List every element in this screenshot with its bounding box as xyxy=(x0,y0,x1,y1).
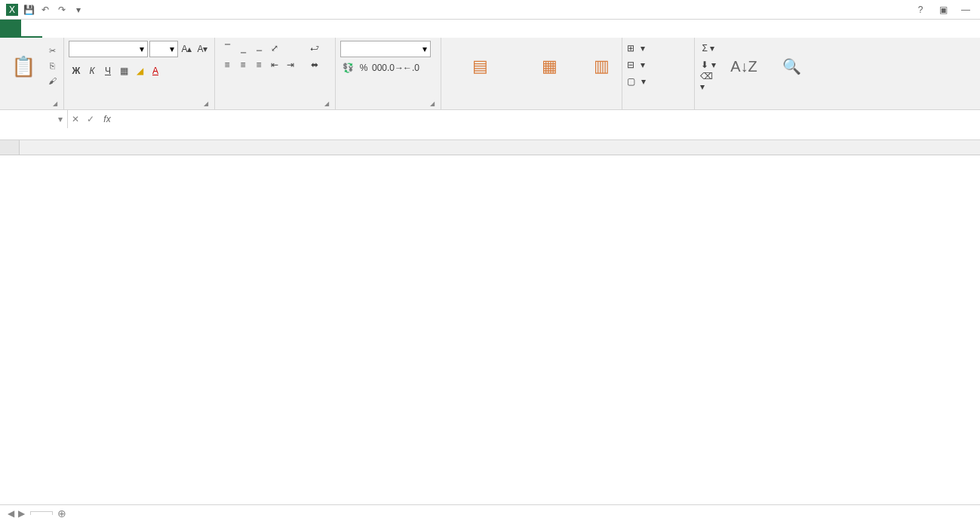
tab-nav-prev-icon[interactable]: ◀ xyxy=(8,508,14,519)
format-painter-icon[interactable]: 🖌 xyxy=(45,74,59,87)
decrease-indent-icon[interactable]: ⇤ xyxy=(267,57,282,72)
clear-icon[interactable]: ⌫ ▾ xyxy=(699,74,717,89)
tab-file[interactable] xyxy=(0,20,21,38)
qat-customize-icon[interactable]: ▾ xyxy=(71,2,86,17)
group-clipboard: 📋 ✂ ⎘ 🖌 ◢ xyxy=(0,38,64,109)
dialog-launcher-icon[interactable]: ◢ xyxy=(430,100,435,107)
redo-icon[interactable]: ↷ xyxy=(54,2,69,17)
group-number: ▾ 💱 % 000 .0→ ←.0 ◢ xyxy=(336,38,441,109)
delete-cells-button[interactable]: ⊟ ▾ xyxy=(627,57,690,72)
group-label xyxy=(627,106,690,108)
add-sheet-icon[interactable]: ⊕ xyxy=(54,507,69,519)
insert-cells-icon: ⊞ xyxy=(627,43,634,54)
select-all-corner[interactable] xyxy=(0,140,20,155)
tab-insert[interactable] xyxy=(42,20,63,38)
quick-access-toolbar: X 💾 ↶ ↷ ▾ xyxy=(0,2,86,17)
percent-format-icon[interactable]: % xyxy=(356,60,371,75)
worksheet xyxy=(0,140,980,155)
sort-filter-icon: A↓Z xyxy=(730,58,757,75)
decrease-font-icon[interactable]: A▾ xyxy=(195,41,210,57)
decrease-decimal-icon[interactable]: ←.0 xyxy=(404,60,419,75)
enter-icon[interactable]: ✓ xyxy=(83,114,98,124)
help-icon[interactable]: ? xyxy=(914,5,927,15)
tab-home[interactable] xyxy=(21,20,42,38)
sort-filter-button[interactable]: A↓Z xyxy=(720,41,767,93)
cell-styles-button[interactable]: ▥ xyxy=(586,41,617,93)
increase-decimal-icon[interactable]: .0→ xyxy=(388,60,403,75)
format-cells-button[interactable]: ▢ ▾ xyxy=(627,74,690,89)
ribbon: 📋 ✂ ⎘ 🖌 ◢ ▾ ▾ A▴ A▾ Ж К Ч ▦ ◢ xyxy=(0,38,980,110)
align-right-icon[interactable]: ≡ xyxy=(251,57,266,72)
excel-icon[interactable]: X xyxy=(5,2,20,17)
conditional-formatting-button[interactable]: ▤ xyxy=(446,41,514,93)
tab-data[interactable] xyxy=(106,20,127,38)
ribbon-tabs xyxy=(0,20,980,38)
tab-review[interactable] xyxy=(127,20,148,38)
font-name-select[interactable]: ▾ xyxy=(69,41,148,57)
fx-icon[interactable]: fx xyxy=(98,114,116,124)
italic-button[interactable]: К xyxy=(84,63,100,78)
fill-icon[interactable]: ⬇ ▾ xyxy=(699,57,717,72)
group-label: ◢ xyxy=(69,106,210,108)
group-styles: ▤ ▦ ▥ xyxy=(441,38,622,109)
tab-view[interactable] xyxy=(148,20,169,38)
group-cells: ⊞ ▾ ⊟ ▾ ▢ ▾ xyxy=(622,38,695,109)
sheet-tab[interactable] xyxy=(30,511,53,515)
font-color-button[interactable]: A xyxy=(148,63,163,78)
find-select-button[interactable]: 🔍 xyxy=(770,41,813,93)
accounting-format-icon[interactable]: 💱 xyxy=(340,60,355,75)
dialog-launcher-icon[interactable]: ◢ xyxy=(324,100,329,107)
name-box[interactable]: ▾ xyxy=(0,110,68,128)
increase-indent-icon[interactable]: ⇥ xyxy=(283,57,298,72)
format-cells-icon: ▢ xyxy=(627,76,635,87)
copy-icon[interactable]: ⎘ xyxy=(45,59,59,72)
underline-button[interactable]: Ч xyxy=(100,63,115,78)
dialog-launcher-icon[interactable]: ◢ xyxy=(53,100,57,107)
cell-styles-icon: ▥ xyxy=(594,57,610,76)
dialog-launcher-icon[interactable]: ◢ xyxy=(204,100,208,107)
formula-bar: ▾ ✕ ✓ fx xyxy=(0,110,980,140)
align-middle-icon[interactable]: ⎯ xyxy=(235,41,250,56)
format-as-table-button[interactable]: ▦ xyxy=(521,41,578,93)
group-alignment: ⎺ ⎯ ⎽ ⤢ ≡ ≡ ≡ ⇤ ⇥ ⮐ ⬌ ◢ xyxy=(215,38,336,109)
align-left-icon[interactable]: ≡ xyxy=(220,57,235,72)
fill-color-button[interactable]: ◢ xyxy=(132,63,147,78)
tab-formulas[interactable] xyxy=(84,20,106,38)
paste-button[interactable]: 📋 xyxy=(5,41,42,93)
number-format-select[interactable]: ▾ xyxy=(340,41,431,57)
insert-cells-button[interactable]: ⊞ ▾ xyxy=(627,41,690,56)
group-label: ◢ xyxy=(5,106,59,108)
undo-icon[interactable]: ↶ xyxy=(38,2,53,17)
borders-button[interactable]: ▦ xyxy=(116,63,131,78)
orientation-icon[interactable]: ⤢ xyxy=(267,41,282,56)
formula-input[interactable] xyxy=(116,110,121,112)
find-icon: 🔍 xyxy=(782,57,801,75)
align-center-icon[interactable]: ≡ xyxy=(235,57,250,72)
cancel-icon[interactable]: ✕ xyxy=(68,114,83,124)
autosum-icon[interactable]: Σ ▾ xyxy=(699,41,717,56)
svg-text:X: X xyxy=(9,5,15,15)
group-font: ▾ ▾ A▴ A▾ Ж К Ч ▦ ◢ A ◢ xyxy=(64,38,215,109)
comma-format-icon[interactable]: 000 xyxy=(372,60,387,75)
minimize-icon[interactable]: — xyxy=(959,5,972,15)
ribbon-options-icon[interactable]: ▣ xyxy=(936,5,950,15)
group-editing: Σ ▾ ⬇ ▾ ⌫ ▾ A↓Z 🔍 xyxy=(695,38,831,109)
sheet-tabs-bar: ◀ ▶ ⊕ xyxy=(0,504,980,521)
wrap-text-button[interactable]: ⮐ xyxy=(306,41,324,56)
increase-font-icon[interactable]: A▴ xyxy=(180,41,194,57)
merge-center-button[interactable]: ⬌ xyxy=(306,57,324,72)
window-controls: ? ▣ — xyxy=(914,5,980,15)
bold-button[interactable]: Ж xyxy=(69,63,84,78)
cut-icon[interactable]: ✂ xyxy=(45,44,59,57)
font-size-select[interactable]: ▾ xyxy=(149,41,178,57)
save-icon[interactable]: 💾 xyxy=(21,2,36,17)
column-headers xyxy=(0,140,980,155)
tab-nav-next-icon[interactable]: ▶ xyxy=(18,508,25,519)
align-top-icon[interactable]: ⎺ xyxy=(220,41,235,56)
group-label xyxy=(699,106,826,108)
group-label: ◢ xyxy=(340,106,436,108)
format-table-icon: ▦ xyxy=(542,57,558,76)
title-bar: X 💾 ↶ ↷ ▾ ? ▣ — xyxy=(0,0,980,20)
align-bottom-icon[interactable]: ⎽ xyxy=(251,41,266,56)
tab-page-layout[interactable] xyxy=(63,20,84,38)
